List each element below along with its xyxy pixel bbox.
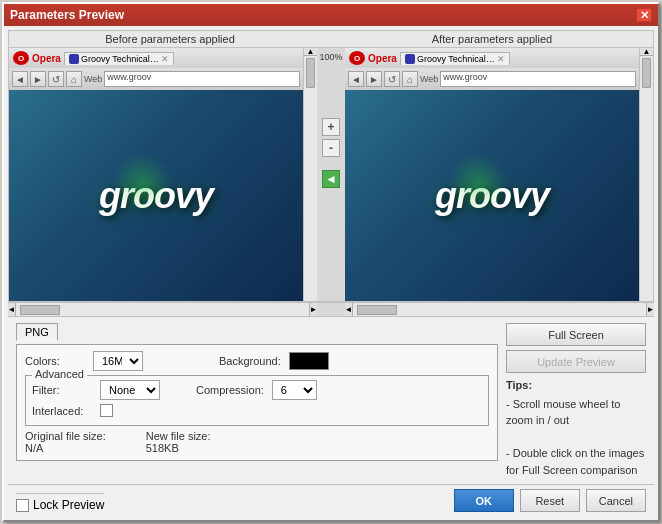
green-glow-before (112, 153, 172, 213)
ok-button[interactable]: OK (454, 489, 514, 512)
new-size-value: 518KB (146, 442, 211, 454)
zoom-out-btn[interactable]: - (322, 139, 340, 157)
tip2: - Double click on the images for Full Sc… (506, 445, 646, 478)
before-label: Before parameters applied (9, 33, 331, 45)
back-btn-before[interactable]: ◄ (12, 71, 28, 87)
horizontal-scrollbars: ◄ ► ◄ ► (8, 302, 654, 316)
tab-header: PNG (16, 323, 498, 340)
before-browser: O Opera Groovy Technical and ... ✕ ◄ (9, 48, 303, 301)
original-size-block: Original file size: N/A (25, 430, 106, 454)
update-preview-button[interactable]: Update Preview (506, 350, 646, 373)
opera-logo-after: O (349, 51, 365, 65)
close-button[interactable]: ✕ (636, 8, 652, 22)
center-controls: 100% + - ◄ (317, 48, 345, 301)
hscroll-thumb-before[interactable] (20, 305, 60, 315)
title-bar: Parameters Preview ✕ (4, 4, 658, 26)
reload-btn-after[interactable]: ↺ (384, 71, 400, 87)
opera-logo-before: O (13, 51, 29, 65)
before-browser-content[interactable]: groovy (9, 90, 303, 301)
hscroll-thumb-after[interactable] (357, 305, 397, 315)
browser-tab-before[interactable]: Groovy Technical and ... ✕ (64, 52, 174, 65)
new-size-label: New file size: (146, 430, 211, 442)
reload-btn-before[interactable]: ↺ (48, 71, 64, 87)
advanced-group: Advanced Filter: None Compression: (25, 375, 489, 426)
forward-btn-after[interactable]: ► (366, 71, 382, 87)
action-buttons: OK Reset Cancel (454, 489, 646, 512)
after-panel: O Opera Groovy Technical and ... ✕ ◄ (345, 48, 653, 301)
tab-content: Colors: 16M Background: (16, 344, 498, 461)
lock-preview-label: Lock Preview (33, 498, 104, 512)
preview-area: Before parameters applied After paramete… (8, 30, 654, 316)
reset-button[interactable]: Reset (520, 489, 580, 512)
hscroll-left-after[interactable]: ◄ (345, 303, 353, 316)
scrollbar-thumb-before[interactable] (306, 58, 315, 88)
hscroll-left-before[interactable]: ◄ (8, 303, 16, 316)
new-size-block: New file size: 518KB (146, 430, 211, 454)
address-bar-before[interactable]: www.groov (104, 71, 300, 87)
interlaced-checkbox[interactable] (100, 404, 113, 417)
tab-text-before: Groovy Technical and ... (81, 54, 159, 64)
before-panel: O Opera Groovy Technical and ... ✕ ◄ (9, 48, 317, 301)
before-toolbar: ◄ ► ↺ ⌂ Web www.groov (9, 68, 303, 90)
original-size-label: Original file size: (25, 430, 106, 442)
parameters-preview-dialog: Parameters Preview ✕ Before parameters a… (2, 2, 660, 522)
controls-left: PNG Colors: 16M Ba (16, 323, 498, 478)
browser-tab-after[interactable]: Groovy Technical and ... ✕ (400, 52, 510, 65)
before-panel-content: O Opera Groovy Technical and ... ✕ ◄ (9, 48, 303, 301)
tips-box: Tips: - Scroll mouse wheel to zoom in / … (506, 377, 646, 478)
scrollbar-thumb-after[interactable] (642, 58, 651, 88)
file-size-row: Original file size: N/A New file size: 5… (25, 430, 489, 454)
background-label: Background: (219, 355, 281, 367)
forward-btn-before[interactable]: ► (30, 71, 46, 87)
zoom-percent: 100% (319, 52, 342, 62)
colors-label: Colors: (25, 355, 85, 367)
tips-label: Tips: (506, 377, 646, 394)
preview-labels: Before parameters applied After paramete… (8, 30, 654, 47)
after-toolbar: ◄ ► ↺ ⌂ Web www.groov (345, 68, 639, 90)
tip1: - Scroll mouse wheel to zoom in / out (506, 396, 646, 429)
after-browser-content[interactable]: groovy (345, 90, 639, 301)
zoom-in-btn[interactable]: + (322, 118, 340, 136)
filter-row: Filter: None Compression: 6 (32, 380, 482, 400)
compression-select[interactable]: 6 (272, 380, 317, 400)
colors-select-wrapper: 16M (93, 351, 143, 371)
dialog-title: Parameters Preview (10, 8, 124, 22)
colors-select[interactable]: 16M (93, 351, 143, 371)
full-screen-button[interactable]: Full Screen (506, 323, 646, 346)
hscroll-right-after[interactable]: ► (646, 303, 654, 316)
hscroll-right-before[interactable]: ► (309, 303, 317, 316)
compression-label: Compression: (196, 384, 264, 396)
home-btn-after[interactable]: ⌂ (402, 71, 418, 87)
hscroll-spacer (317, 303, 345, 316)
after-hscroll[interactable]: ◄ ► (345, 303, 654, 316)
png-tab[interactable]: PNG (16, 323, 58, 341)
lock-preview-checkbox[interactable] (16, 499, 29, 512)
back-btn-after[interactable]: ◄ (348, 71, 364, 87)
before-hscroll[interactable]: ◄ ► (8, 303, 317, 316)
scrollbar-up-after[interactable]: ▲ (640, 48, 653, 56)
background-color-picker[interactable] (289, 352, 329, 370)
scrollbar-up-before[interactable]: ▲ (304, 48, 317, 56)
opera-label-before: Opera (32, 53, 61, 64)
after-label: After parameters applied (331, 33, 653, 45)
controls-main-row: PNG Colors: 16M Ba (16, 323, 646, 478)
tab-favicon-after (405, 54, 415, 64)
preview-panels: O Opera Groovy Technical and ... ✕ ◄ (8, 47, 654, 302)
filter-select[interactable]: None (100, 380, 160, 400)
before-scrollbar-v[interactable]: ▲ (303, 48, 317, 301)
after-browser: O Opera Groovy Technical and ... ✕ ◄ (345, 48, 639, 301)
web-label-before: Web (84, 74, 102, 84)
tab-close-before[interactable]: ✕ (161, 54, 169, 64)
sync-arrow-btn[interactable]: ◄ (322, 170, 340, 188)
opera-label-after: Opera (368, 53, 397, 64)
original-size-value: N/A (25, 442, 106, 454)
colors-row: Colors: 16M Background: (25, 351, 489, 371)
cancel-button[interactable]: Cancel (586, 489, 646, 512)
after-scrollbar-v[interactable]: ▲ (639, 48, 653, 301)
interlaced-label: Interlaced: (32, 405, 92, 417)
green-glow-after (448, 153, 508, 213)
after-browser-titlebar: O Opera Groovy Technical and ... ✕ (345, 48, 639, 68)
home-btn-before[interactable]: ⌂ (66, 71, 82, 87)
tab-close-after[interactable]: ✕ (497, 54, 505, 64)
address-bar-after[interactable]: www.groov (440, 71, 636, 87)
